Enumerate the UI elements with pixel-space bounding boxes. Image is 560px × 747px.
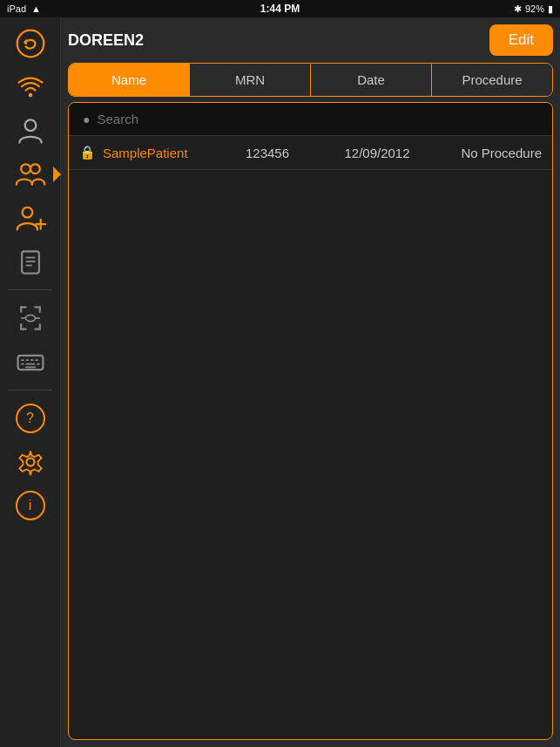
battery-icon: ▮ bbox=[548, 3, 553, 15]
sidebar-divider-2 bbox=[9, 390, 52, 390]
lock-icon: 🔒 bbox=[79, 145, 96, 160]
tabs-row: Name MRN Date Procedure bbox=[68, 63, 553, 97]
keyboard-icon bbox=[15, 346, 46, 377]
sidebar-item-info[interactable]: i bbox=[8, 486, 53, 525]
help-icon: ? bbox=[16, 404, 45, 433]
svg-point-26 bbox=[26, 458, 34, 466]
status-time: 1:44 PM bbox=[260, 3, 300, 15]
info-icon: i bbox=[16, 491, 45, 520]
undo-icon bbox=[15, 28, 46, 59]
tab-date[interactable]: Date bbox=[311, 64, 432, 96]
status-ipad: iPad bbox=[7, 3, 26, 14]
edit-button[interactable]: Edit bbox=[489, 24, 553, 56]
main-content: DOREEN2 Edit Name MRN Date Procedure ● 🔒… bbox=[61, 17, 560, 747]
add-patient-icon bbox=[15, 202, 46, 234]
patient-name: SamplePatient bbox=[103, 146, 213, 160]
svg-point-7 bbox=[22, 207, 32, 218]
status-right: ✱ 92% ▮ bbox=[514, 3, 553, 15]
sidebar-item-help[interactable]: ? bbox=[8, 399, 53, 438]
status-left: iPad ▲ bbox=[7, 3, 41, 14]
sidebar-item-wifi[interactable] bbox=[8, 68, 53, 106]
sidebar-item-settings[interactable] bbox=[8, 443, 53, 481]
sidebar-item-scanner[interactable] bbox=[8, 299, 53, 337]
app-title: DOREEN2 bbox=[68, 31, 144, 50]
gear-icon bbox=[15, 446, 46, 478]
status-bar: iPad ▲ 1:44 PM ✱ 92% ▮ bbox=[0, 0, 560, 17]
patient-list-container: ● 🔒 SamplePatient 123456 12/09/2012 No P… bbox=[68, 102, 553, 740]
sidebar: ? i bbox=[0, 17, 61, 747]
wifi-signal-icon: ▲ bbox=[31, 3, 41, 14]
search-bar: ● bbox=[69, 103, 552, 136]
search-input[interactable] bbox=[97, 112, 538, 126]
svg-point-4 bbox=[24, 119, 36, 131]
search-icon: ● bbox=[83, 112, 90, 126]
sidebar-item-group[interactable] bbox=[8, 155, 53, 194]
sidebar-item-add-patient[interactable] bbox=[8, 199, 53, 237]
tab-name[interactable]: Name bbox=[69, 64, 190, 96]
table-row[interactable]: 🔒 SamplePatient 123456 12/09/2012 No Pro… bbox=[69, 136, 552, 170]
battery-percent: 92% bbox=[525, 3, 544, 14]
sidebar-divider-1 bbox=[9, 289, 52, 290]
header-row: DOREEN2 Edit bbox=[68, 24, 553, 56]
svg-point-6 bbox=[30, 164, 40, 173]
bluetooth-icon: ✱ bbox=[514, 3, 522, 15]
app-container: ? i DOREEN2 Edit Name MRN Date Procedure bbox=[0, 17, 560, 747]
svg-marker-1 bbox=[23, 39, 26, 45]
sidebar-item-user[interactable] bbox=[8, 112, 53, 150]
sidebar-item-keyboard[interactable] bbox=[8, 343, 53, 381]
tab-mrn[interactable]: MRN bbox=[190, 64, 311, 96]
svg-point-14 bbox=[25, 315, 35, 321]
patient-date: 12/09/2012 bbox=[322, 146, 432, 160]
group-icon bbox=[15, 159, 46, 190]
tab-procedure[interactable]: Procedure bbox=[432, 64, 552, 96]
sidebar-item-documents[interactable] bbox=[8, 242, 53, 281]
svg-point-3 bbox=[28, 93, 32, 98]
svg-point-5 bbox=[21, 164, 30, 173]
patient-mrn: 123456 bbox=[213, 146, 322, 160]
sidebar-item-back[interactable] bbox=[8, 24, 53, 63]
user-icon bbox=[15, 115, 46, 146]
scanner-icon bbox=[15, 302, 46, 334]
patient-procedure: No Procedure bbox=[432, 146, 542, 160]
documents-icon bbox=[15, 246, 46, 277]
wifi-icon bbox=[15, 71, 46, 103]
svg-point-0 bbox=[17, 31, 44, 58]
